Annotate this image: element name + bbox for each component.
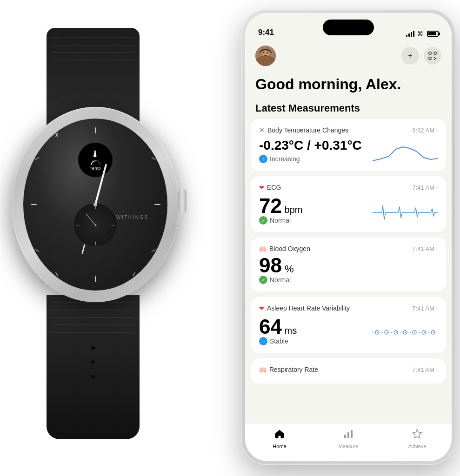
watch: 🌡 Temp <box>0 28 214 446</box>
phone: 9:41 ⌘ <box>241 9 455 465</box>
temp-status-dot: ↑ <box>259 155 267 163</box>
svg-rect-6 <box>429 52 431 54</box>
ecg-card[interactable]: ❤ ECG 7:41 AM › 72 bpm <box>251 176 446 232</box>
temp-value: -0.23°C / +0.31°C <box>259 139 362 153</box>
app-header: + <box>245 41 452 73</box>
achieve-icon <box>412 428 423 442</box>
hrv-title: Asleep Heart Rate Variability <box>267 304 350 312</box>
signal-bar-1 <box>406 35 407 37</box>
ecg-heart-icon: ❤ <box>259 184 264 191</box>
hrv-heart-icon: ❤ <box>259 305 264 312</box>
watch-case: 🌡 Temp <box>12 107 179 302</box>
nav-measure-label: Measure <box>339 443 359 449</box>
ecg-value: 72 bpm <box>259 196 302 216</box>
crown <box>178 189 187 212</box>
nav-home-label: Home <box>273 443 286 449</box>
add-button[interactable]: + <box>401 47 419 65</box>
strap-bottom <box>47 295 140 439</box>
svg-rect-8 <box>429 57 431 60</box>
ecg-status-dot: ✓ <box>259 216 267 225</box>
measurements-list: ✕ Body Temperature Changes 9:32 AM › -0.… <box>245 119 452 383</box>
ecg-unit: bpm <box>282 205 302 215</box>
svg-rect-19 <box>351 430 353 438</box>
svg-rect-17 <box>344 435 346 438</box>
respiratory-icon: 🫁 <box>259 366 267 373</box>
hrv-value: 64 ms <box>259 317 297 337</box>
blood-oxygen-status: ✓ Normal <box>259 276 438 284</box>
sub-dial <box>73 203 118 247</box>
hrv-time: 7:41 AM › <box>412 305 438 312</box>
app-content[interactable]: + Good morning, Alex. <box>245 41 452 424</box>
ecg-status: ✓ Normal <box>259 216 302 225</box>
temp-display: 🌡 Temp <box>78 142 113 177</box>
ecg-time: 7:41 AM › <box>412 184 438 191</box>
greeting: Good morning, Alex. <box>245 73 452 95</box>
signal-bar-4 <box>413 31 414 37</box>
temp-status: ↑ Increasing <box>259 155 362 163</box>
signal-bar-3 <box>411 32 412 37</box>
bottom-nav: Home Measure <box>245 423 452 461</box>
svg-rect-5 <box>255 56 276 66</box>
respiratory-title: Respiratory Rate <box>269 366 318 373</box>
hrv-chart <box>373 319 438 345</box>
svg-point-4 <box>267 52 268 53</box>
status-time: 9:41 <box>258 28 274 37</box>
blood-oxygen-unit: % <box>282 263 294 275</box>
svg-rect-7 <box>434 52 436 54</box>
ecg-chart <box>373 198 438 224</box>
respiratory-time: 7:41 AM › <box>412 366 438 373</box>
respiratory-card[interactable]: 🫁 Respiratory Rate 7:41 AM › <box>251 358 446 383</box>
hrv-status-dot: → <box>259 337 267 345</box>
wifi-icon: ⌘ <box>417 30 423 37</box>
blood-oxygen-time: 7:41 AM › <box>412 245 438 252</box>
temp-title: Body Temperature Changes <box>267 126 348 134</box>
home-icon <box>274 428 285 442</box>
blood-oxygen-value: 98 % <box>259 255 438 276</box>
hrv-unit: ms <box>282 325 297 336</box>
user-avatar[interactable] <box>255 46 276 66</box>
status-icons: ⌘ <box>406 30 439 37</box>
svg-rect-18 <box>347 432 349 438</box>
temp-icon: ✕ <box>259 126 265 134</box>
measure-icon <box>343 428 354 442</box>
blood-oxygen-icon: 🫁 <box>259 245 267 252</box>
nav-achieve-label: Achieve <box>408 443 426 449</box>
signal-bars <box>406 31 414 37</box>
battery-icon <box>427 31 439 37</box>
blood-oxygen-title: Blood Oxygen <box>269 245 310 252</box>
ecg-title: ECG <box>267 184 281 191</box>
scan-button[interactable] <box>424 47 441 65</box>
header-actions: + <box>401 47 441 65</box>
temp-card[interactable]: ✕ Body Temperature Changes 9:32 AM › -0.… <box>251 119 446 171</box>
nav-achieve[interactable]: Achieve <box>383 428 452 449</box>
section-title: Latest Measurements <box>245 95 452 119</box>
blood-oxygen-status-dot: ✓ <box>259 276 267 284</box>
temp-time: 9:32 AM › <box>412 127 438 134</box>
temp-chart <box>373 140 438 168</box>
svg-point-3 <box>263 52 265 53</box>
blood-oxygen-card[interactable]: 🫁 Blood Oxygen 7:41 AM › 98 % <box>251 238 446 291</box>
nav-measure[interactable]: Measure <box>314 428 383 449</box>
phone-screen: 9:41 ⌘ <box>245 13 452 461</box>
watch-dial: 🌡 Temp <box>23 119 167 291</box>
signal-bar-2 <box>408 33 410 37</box>
phone-frame: 9:41 ⌘ <box>241 9 455 465</box>
hrv-status: → Stable <box>259 337 297 345</box>
brand-text: WITHINGS <box>116 215 149 220</box>
dynamic-island <box>323 20 374 35</box>
hrv-card[interactable]: ❤ Asleep Heart Rate Variability 7:41 AM … <box>251 297 446 353</box>
nav-home[interactable]: Home <box>245 428 314 449</box>
